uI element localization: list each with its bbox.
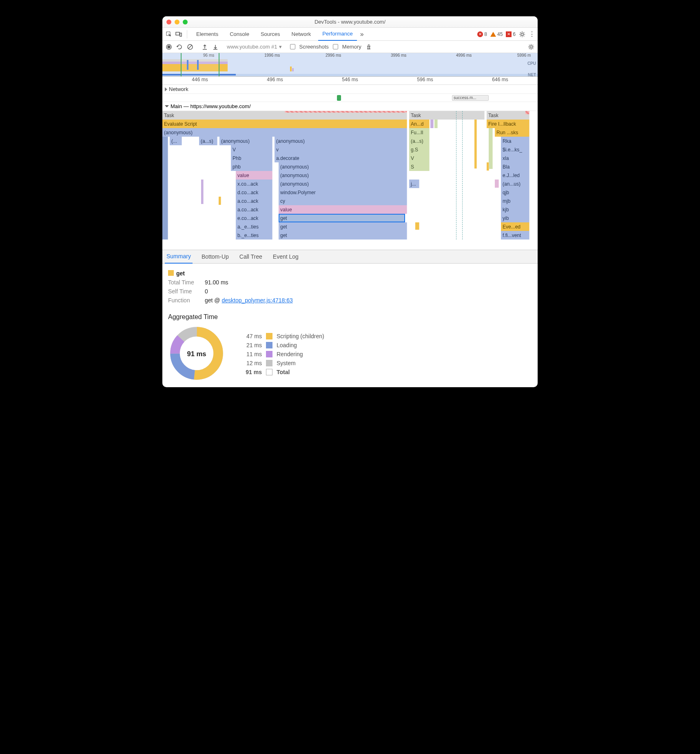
flame-bar[interactable]: (an...us) — [501, 180, 529, 188]
flame-bar[interactable]: xla — [501, 154, 529, 162]
flame-bar[interactable]: Fu...II — [409, 128, 430, 137]
flame-bar[interactable]: qjb — [501, 188, 529, 197]
legend-row: 11 msRendering — [241, 351, 324, 357]
flame-bar[interactable]: mjb — [501, 197, 529, 205]
flame-bar[interactable]: An...d — [409, 120, 430, 128]
network-track-header[interactable]: Network — [162, 85, 538, 94]
flame-bar[interactable] — [474, 120, 477, 169]
flame-bar[interactable]: g.S — [409, 145, 430, 154]
flame-bar[interactable]: (anonymous) — [279, 180, 407, 188]
flame-bar[interactable]: cy — [279, 197, 407, 205]
overview-panel[interactable]: 96 ms 1996 ms 2996 ms 3996 ms 4996 ms 59… — [162, 53, 538, 77]
kebab-icon[interactable]: ⋮ — [529, 30, 534, 38]
flame-bar[interactable]: v — [275, 145, 407, 154]
flame-bar[interactable] — [430, 120, 434, 128]
flame-bar[interactable]: Bla — [501, 162, 529, 171]
flame-chart[interactable]: Task Evaluate Script (anonymous) (... (a… — [162, 111, 538, 250]
window-titlebar: DevTools - www.youtube.com/ — [162, 16, 538, 28]
download-icon[interactable] — [212, 44, 219, 50]
network-bar[interactable] — [337, 95, 341, 101]
flame-task[interactable]: Task — [487, 111, 529, 120]
flame-bar[interactable] — [201, 180, 204, 204]
tab-call-tree[interactable]: Call Tree — [238, 250, 264, 264]
flame-bar[interactable] — [434, 120, 438, 128]
flame-bar[interactable]: a.co...ack — [236, 197, 272, 205]
flame-bar[interactable]: j... — [409, 180, 419, 188]
flame-bar[interactable]: d.co...ack — [236, 188, 272, 197]
tab-bottom-up[interactable]: Bottom-Up — [200, 250, 230, 264]
flame-bar[interactable]: (anonymous) — [279, 162, 407, 171]
gc-icon[interactable] — [366, 44, 372, 50]
flame-bar[interactable]: (a...s) — [409, 137, 430, 145]
flame-bar[interactable]: a.co...ack — [236, 205, 272, 214]
tab-elements[interactable]: Elements — [192, 28, 222, 41]
flame-bar[interactable]: S — [409, 162, 430, 171]
flame-bar[interactable]: f.fi...vent — [501, 231, 529, 240]
upload-icon[interactable] — [202, 44, 208, 50]
flame-bar[interactable]: (... — [170, 137, 182, 145]
flame-bar[interactable]: (anonymous) — [219, 137, 272, 145]
flame-bar[interactable]: $i.e...ks_ — [501, 145, 529, 154]
flame-bar[interactable]: kjb — [501, 205, 529, 214]
flame-bar[interactable] — [162, 137, 168, 240]
flame-bar[interactable]: get — [279, 222, 407, 231]
warning-badge[interactable]: 45 — [490, 31, 503, 37]
flame-bar[interactable]: Evaluate Script — [162, 120, 407, 128]
tab-summary[interactable]: Summary — [165, 250, 193, 264]
tab-performance[interactable]: Performance — [318, 28, 357, 41]
x-error-badge[interactable]: ✕6 — [506, 31, 516, 37]
tab-console[interactable]: Console — [226, 28, 253, 41]
flame-bar[interactable] — [487, 162, 489, 171]
reload-icon[interactable] — [176, 44, 183, 50]
flame-bar[interactable]: Fire I...llback — [487, 120, 529, 128]
memory-checkbox[interactable] — [333, 44, 338, 49]
main-thread-header[interactable]: Main — https://www.youtube.com/ — [162, 102, 538, 111]
flame-bar[interactable]: e.co...ack — [236, 214, 272, 222]
flame-bar[interactable]: value — [236, 171, 272, 180]
flame-bar[interactable]: b._e...ties — [236, 231, 272, 240]
flame-bar[interactable]: (anonymous) — [162, 128, 407, 137]
flame-bar[interactable]: e.J...led — [501, 171, 529, 180]
flame-bar[interactable]: a.decorate — [275, 154, 407, 162]
device-icon[interactable] — [175, 31, 182, 38]
network-bar[interactable]: success.m... — [452, 95, 489, 101]
flame-bar[interactable]: (anonymous) — [279, 171, 407, 180]
target-select[interactable]: www.youtube.com #1 ▾ — [227, 44, 282, 50]
error-badge[interactable]: ✕8 — [477, 31, 487, 37]
flame-bar[interactable]: x.co...ack — [236, 180, 272, 188]
flame-bar[interactable]: Rka — [501, 137, 529, 145]
flame-bar[interactable]: V — [409, 154, 430, 162]
flame-bar[interactable]: a._e...ties — [236, 222, 272, 231]
flame-bar[interactable] — [489, 128, 493, 169]
flame-bar-selected[interactable]: get — [279, 214, 405, 222]
flame-bar[interactable]: phb — [231, 162, 272, 171]
flame-bar[interactable]: Run ...sks — [495, 128, 529, 137]
flame-bar[interactable] — [495, 180, 499, 188]
gear-icon[interactable] — [519, 31, 525, 38]
flame-bar[interactable]: (anonymous) — [275, 137, 407, 145]
flame-bar[interactable]: Phb — [231, 154, 272, 162]
flame-bar[interactable]: (a...s) — [199, 137, 217, 145]
flame-bar[interactable]: V — [231, 145, 272, 154]
flame-bar[interactable]: value — [279, 205, 407, 214]
flame-bar[interactable] — [219, 197, 221, 205]
inspect-icon[interactable] — [166, 31, 172, 38]
record-icon[interactable] — [166, 44, 172, 50]
tab-network[interactable]: Network — [288, 28, 315, 41]
flame-task[interactable]: Task — [409, 111, 485, 120]
function-link[interactable]: desktop_polymer.js:4718:63 — [222, 297, 292, 304]
flame-bar[interactable]: get — [279, 231, 407, 240]
donut-chart: 91 ms — [168, 325, 225, 383]
clear-icon[interactable] — [187, 44, 193, 50]
flame-bar[interactable] — [415, 222, 419, 230]
flame-bar[interactable]: Eve...ed — [501, 222, 529, 231]
flame-bar[interactable]: yib — [501, 214, 529, 222]
tab-event-log[interactable]: Event Log — [271, 250, 300, 264]
gear-icon[interactable] — [528, 44, 534, 50]
network-track[interactable]: success.m... — [162, 94, 538, 102]
tab-sources[interactable]: Sources — [257, 28, 284, 41]
overview-selection[interactable] — [181, 53, 219, 76]
flame-bar[interactable]: window.Polymer — [279, 188, 407, 197]
screenshots-checkbox[interactable] — [290, 44, 295, 49]
overflow-tabs-icon[interactable]: » — [360, 31, 364, 38]
